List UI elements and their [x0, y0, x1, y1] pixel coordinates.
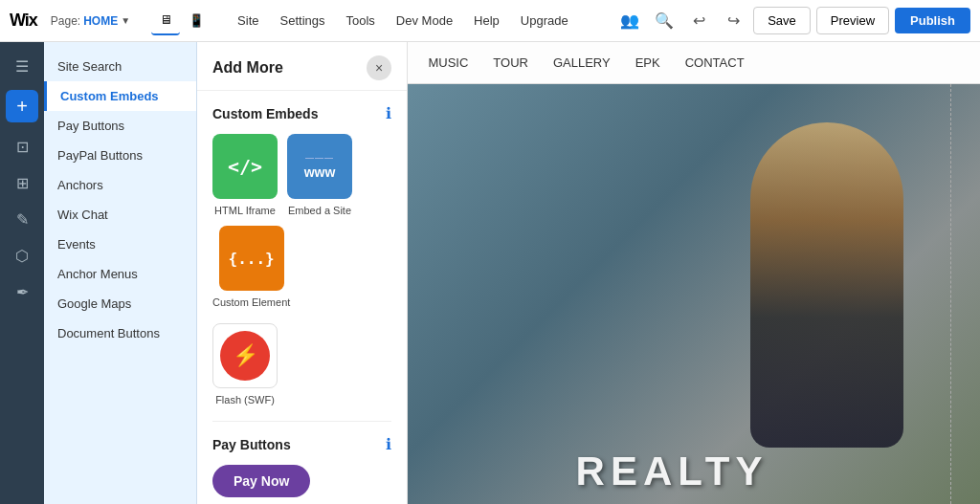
pay-now-item[interactable]: Pay Now: [212, 465, 310, 497]
device-switcher: 🖥 📱: [151, 7, 211, 35]
left-toolbar: ☰ + ⊡ ⊞ ✎ ⬡ ✒: [0, 42, 44, 504]
submenu-document-buttons[interactable]: Document Buttons: [44, 318, 196, 348]
toolbar-media-icon[interactable]: ⬡: [6, 239, 38, 272]
submenu-google-maps[interactable]: Google Maps: [44, 289, 196, 318]
canvas-background: REALTY: [364, 84, 980, 504]
custom-element-icon: {...}: [219, 226, 284, 291]
submenu-site-search[interactable]: Site Search: [44, 52, 196, 81]
save-button[interactable]: Save: [753, 7, 811, 34]
content-title: Add More: [212, 59, 283, 77]
submenu-events[interactable]: Events: [44, 230, 196, 259]
page-indicator: Page: HOME ▼: [51, 14, 130, 28]
nav-help[interactable]: Help: [464, 9, 509, 33]
embeds-grid-row2: ⚡ Flash (SWF): [212, 323, 391, 405]
embed-custom-element[interactable]: {...} Custom Element: [212, 226, 290, 308]
site-nav-music[interactable]: MUSIC: [424, 54, 472, 72]
page-label: Page:: [51, 14, 80, 28]
people-icon-btn[interactable]: 👥: [615, 7, 644, 35]
topbar: Wix Page: HOME ▼ 🖥 📱 Site Settings Tools…: [0, 0, 980, 42]
mobile-device-btn[interactable]: 📱: [182, 7, 211, 35]
html-iframe-icon: </>: [212, 134, 278, 199]
content-body: Custom Embeds ℹ </> HTML Iframe ———: [197, 91, 407, 504]
custom-embeds-header: Custom Embeds ℹ: [212, 104, 391, 122]
flash-swf-label: Flash (SWF): [215, 394, 275, 405]
main-area: ☰ + ⊡ ⊞ ✎ ⬡ ✒ Text Image Gallery Vector …: [0, 42, 980, 504]
submenu-paypal-buttons[interactable]: PayPal Buttons: [44, 141, 196, 170]
add-more-panel: Site Search Custom Embeds Pay Buttons Pa…: [44, 42, 408, 504]
custom-embeds-info-icon[interactable]: ℹ: [386, 104, 391, 122]
site-nav-tour[interactable]: TOUR: [489, 54, 532, 72]
add-more-inner: Site Search Custom Embeds Pay Buttons Pa…: [44, 42, 407, 504]
embed-site-icon: ——— www: [287, 134, 352, 199]
page-name[interactable]: HOME: [83, 14, 118, 28]
embeds-grid: </> HTML Iframe ——— www Embed a Site: [212, 134, 391, 308]
chevron-down-icon[interactable]: ▼: [121, 15, 130, 26]
top-nav: Site Settings Tools Dev Mode Help Upgrad…: [228, 9, 608, 33]
wix-logo: Wix: [10, 11, 37, 31]
pay-buttons-title: Pay Buttons: [212, 437, 291, 452]
html-iframe-label: HTML Iframe: [214, 205, 276, 216]
toolbar-add-icon[interactable]: +: [6, 90, 38, 122]
submenu-anchors[interactable]: Anchors: [44, 170, 196, 200]
toolbar-apps-icon[interactable]: ⊞: [6, 166, 38, 199]
embed-html-iframe[interactable]: </> HTML Iframe: [212, 134, 278, 216]
topbar-right: 👥 🔍 ↩ ↪ Save Preview Publish: [615, 7, 970, 35]
submenu-custom-embeds[interactable]: Custom Embeds: [44, 81, 196, 111]
redo-icon-btn[interactable]: ↪: [719, 7, 747, 35]
publish-button[interactable]: Publish: [895, 8, 970, 33]
flash-swf-icon: ⚡: [212, 323, 278, 388]
nav-devmode[interactable]: Dev Mode: [387, 9, 462, 33]
nav-site[interactable]: Site: [228, 9, 268, 33]
undo-icon-btn[interactable]: ↩: [684, 7, 713, 35]
dashed-line-right: [950, 84, 951, 504]
canvas-area: REALTY: [364, 84, 980, 504]
section-divider-1: [212, 421, 391, 422]
pay-buttons-grid-row1: Pay Now Buy Now: [212, 465, 391, 504]
submenu-anchor-menus[interactable]: Anchor Menus: [44, 259, 196, 289]
zoom-icon-btn[interactable]: 🔍: [650, 7, 679, 35]
pay-now-button[interactable]: Pay Now: [212, 465, 310, 497]
content-header: Add More ×: [197, 42, 407, 91]
nav-upgrade[interactable]: Upgrade: [511, 9, 578, 33]
preview-button[interactable]: Preview: [816, 7, 889, 34]
submenu: Site Search Custom Embeds Pay Buttons Pa…: [44, 42, 197, 504]
submenu-wix-chat[interactable]: Wix Chat: [44, 200, 196, 230]
toolbar-pages-icon[interactable]: ☰: [6, 50, 38, 82]
custom-embeds-title: Custom Embeds: [212, 106, 318, 121]
site-nav-contact[interactable]: CONTACT: [681, 54, 748, 72]
flash-bolt-icon: ⚡: [233, 343, 258, 368]
pay-buttons-info-icon[interactable]: ℹ: [386, 435, 391, 453]
content-panel: Add More × Custom Embeds ℹ </>: [197, 42, 407, 504]
nav-settings[interactable]: Settings: [271, 9, 335, 33]
site-nav-gallery[interactable]: GALLERY: [549, 54, 614, 72]
custom-element-label: Custom Element: [212, 296, 290, 308]
toolbar-blog-icon[interactable]: ✎: [6, 203, 38, 235]
embed-embed-site[interactable]: ——— www Embed a Site: [287, 134, 352, 216]
site-nav: OUT MUSIC TOUR GALLERY EPK CONTACT: [364, 42, 980, 84]
embed-site-label: Embed a Site: [288, 205, 351, 216]
toolbar-elements-icon[interactable]: ⊡: [6, 130, 38, 163]
embed-flash-swf[interactable]: ⚡ Flash (SWF): [212, 323, 278, 405]
nav-tools[interactable]: Tools: [337, 9, 385, 33]
desktop-device-btn[interactable]: 🖥: [151, 7, 180, 35]
toolbar-pen-icon[interactable]: ✒: [6, 275, 38, 308]
submenu-pay-buttons[interactable]: Pay Buttons: [44, 111, 196, 141]
close-button[interactable]: ×: [367, 55, 391, 80]
flash-circle: ⚡: [220, 331, 270, 381]
site-nav-epk[interactable]: EPK: [632, 54, 664, 72]
pay-buttons-header: Pay Buttons ℹ: [212, 435, 391, 453]
